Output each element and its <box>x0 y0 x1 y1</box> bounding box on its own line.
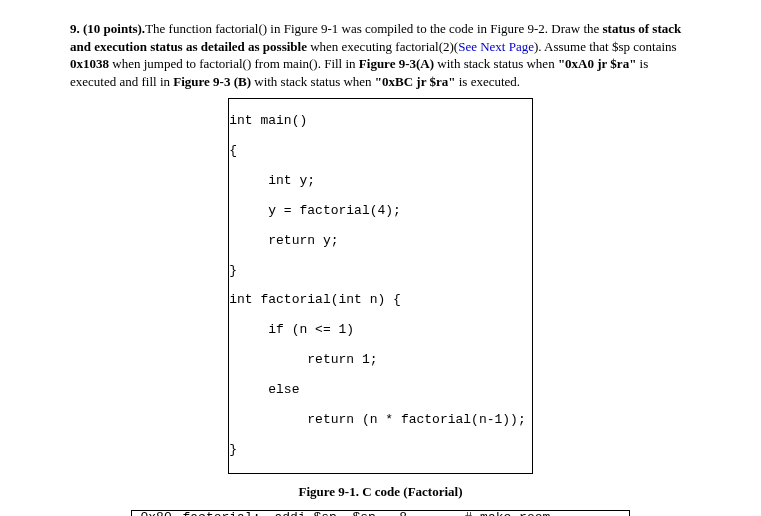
assembly-code-box: 0x80factorial:addi $sp, $sp, -8# make ro… <box>131 510 629 516</box>
asm-address: 0x80 <box>140 511 182 516</box>
question-text: 9. (10 points).The function factorial() … <box>70 20 691 90</box>
asm-line: 0x80factorial:addi $sp, $sp, -8# make ro… <box>140 511 620 516</box>
asm-label: factorial: <box>182 511 274 516</box>
asm-instruction: addi $sp, $sp, -8 <box>274 511 464 516</box>
question-number: 9. (10 points). <box>70 21 145 36</box>
c-code-box: int main() { int y; y = factorial(4); re… <box>228 98 532 473</box>
figure-1-caption: Figure 9-1. C code (Factorial) <box>70 484 691 500</box>
asm-comment: # make room <box>464 510 550 516</box>
